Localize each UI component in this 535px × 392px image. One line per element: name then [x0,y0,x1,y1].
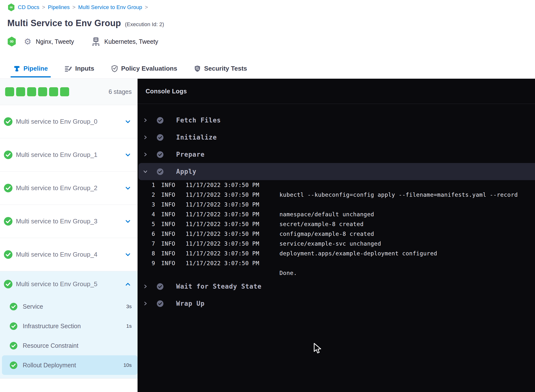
log-message: deployment.apps/example-deployment confi… [279,250,437,257]
step-row-resource-constraint[interactable]: Resource Constraint [0,336,138,355]
log-line: 3 INFO 11/17/2022 3:07:50 PM [138,200,535,209]
log-line: 7 INFO 11/17/2022 3:07:50 PM service/exa… [138,239,535,249]
chevron-right-icon[interactable] [143,284,148,289]
log-level: INFO [161,240,175,247]
success-check-icon [10,361,17,369]
stage-label: Multi service to Env Group_0 [16,118,125,125]
stage-summary-band: 6 stages [0,79,138,105]
log-level: INFO [161,260,175,266]
console-step-prepare[interactable]: Prepare [138,146,535,163]
success-check-icon [157,134,163,141]
log-timestamp: 11/17/2022 3:07:50 PM [186,240,259,247]
chevron-down-icon[interactable] [125,185,131,191]
console-step-initialize[interactable]: Initialize [138,129,535,146]
log-level: INFO [161,201,175,208]
step-row-rollout-deployment[interactable]: Rollout Deployment 10s [2,355,138,375]
chevron-right-icon[interactable] [143,118,148,123]
stage-row-5[interactable]: Multi service to Env Group_5 [0,271,138,297]
console-header: Console Logs [138,79,535,104]
log-line: 4 INFO 11/17/2022 3:07:50 PM namespace/d… [138,209,535,219]
step-row-service[interactable]: Service 3s [0,297,138,316]
log-line: 5 INFO 11/17/2022 3:07:50 PM secret/exam… [138,219,535,229]
success-check-icon [157,168,163,175]
tab-pipeline[interactable]: Pipeline [11,59,51,78]
log-line-number: 1 [138,182,155,188]
console-step-fetch-files[interactable]: Fetch Files [138,112,535,129]
log-line-number: 7 [138,240,155,247]
log-line: 2 INFO 11/17/2022 3:07:50 PM kubectl --k… [138,190,535,200]
stage-label: Multi service to Env Group_2 [16,184,125,192]
log-line-number: 9 [138,260,155,266]
tab-policy-evaluations[interactable]: Policy Evaluations [108,59,180,78]
security-shield-icon [194,65,201,72]
execution-id-label: (Execution Id: 2) [125,21,164,28]
log-message: Done. [279,270,297,276]
app-root: ∞ CD Docs > Pipelines > Multi Service to… [0,0,535,392]
chevron-right-icon[interactable] [143,301,148,306]
chevron-right-icon[interactable] [143,135,148,140]
stages-sidebar: 6 stages Multi service to Env Group_0 Mu… [0,79,138,392]
log-timestamp: 11/17/2022 3:07:50 PM [186,201,259,208]
success-check-icon [4,117,12,126]
tab-label: Policy Evaluations [121,65,177,72]
log-line: 8 INFO 11/17/2022 3:07:50 PM deployment.… [138,249,535,258]
console-step-wait-steady-state[interactable]: Wait for Steady State [138,278,535,295]
console-step-wrap-up[interactable]: Wrap Up [138,295,535,312]
breadcrumb-link-project[interactable]: CD Docs [18,4,39,11]
tab-inputs[interactable]: Inputs [62,59,97,78]
log-line: Done. [138,268,535,278]
chevron-down-icon[interactable] [125,118,131,125]
step-duration: 3s [126,304,132,309]
stage-group-expanded: Multi service to Env Group_5 Service 3s … [0,271,138,379]
log-timestamp: 11/17/2022 3:07:50 PM [186,260,259,266]
log-level: INFO [161,192,175,198]
chevron-right-icon[interactable] [143,152,148,157]
stage-row-1[interactable]: Multi service to Env Group_1 [0,138,138,172]
log-message: service/example-svc unchanged [279,240,381,247]
stage-label: Multi service to Env Group_5 [16,280,125,288]
chevron-down-icon[interactable] [143,169,148,174]
chevron-down-icon[interactable] [125,152,131,158]
inputs-icon [65,65,72,72]
success-check-icon [4,151,12,159]
chevron-down-icon[interactable] [125,251,131,258]
success-check-icon [157,117,163,124]
log-timestamp: 11/17/2022 3:07:50 PM [186,231,259,237]
log-line-number: 2 [138,192,155,198]
chevron-down-icon[interactable] [125,218,131,225]
step-label: Rollout Deployment [23,362,123,369]
step-label: Infrastructure Section [23,323,126,330]
console-step-label: Wait for Steady State [176,283,262,290]
console-step-label: Wrap Up [176,300,205,307]
breadcrumb-separator: > [145,4,148,11]
breadcrumb-separator: > [42,4,45,11]
log-message: secret/example-8 created [279,221,364,227]
log-timestamp: 11/17/2022 3:07:50 PM [186,250,259,257]
pipeline-status-icon: ∞ [7,36,17,47]
log-line: 1 INFO 11/17/2022 3:07:50 PM [138,180,535,190]
services-gear-icon: ⚙ [24,37,31,46]
log-line-number: 5 [138,221,155,227]
stage-success-square [27,87,36,96]
success-check-icon [4,184,12,192]
stage-label: Multi service to Env Group_4 [16,251,125,258]
console-step-apply[interactable]: Apply [139,163,535,180]
step-row-infrastructure[interactable]: Infrastructure Section 1s [0,316,138,336]
apply-log-output: 1 INFO 11/17/2022 3:07:50 PM 2 INFO 11/1… [138,180,535,278]
services-names: Nginx, Tweety [36,38,74,45]
breadcrumb: ∞ CD Docs > Pipelines > Multi Service to… [7,3,148,12]
stage-row-3[interactable]: Multi service to Env Group_3 [0,205,138,238]
stage-row-0[interactable]: Multi service to Env Group_0 [0,105,138,138]
console-step-label: Prepare [176,151,205,158]
log-message: kubectl --kubeconfig=config apply --file… [279,192,518,198]
log-level: INFO [161,211,175,218]
stage-row-4[interactable]: Multi service to Env Group_4 [0,238,138,271]
console-step-label: Fetch Files [176,117,221,124]
tab-security-tests[interactable]: Security Tests [191,59,250,78]
breadcrumb-link-pipelines[interactable]: Pipelines [48,4,70,11]
breadcrumb-link-pipeline-name[interactable]: Multi Service to Env Group [78,4,142,11]
success-check-icon [157,300,163,307]
stage-row-2[interactable]: Multi service to Env Group_2 [0,172,138,205]
log-line-number: 6 [138,231,155,237]
chevron-up-icon[interactable] [125,281,131,287]
